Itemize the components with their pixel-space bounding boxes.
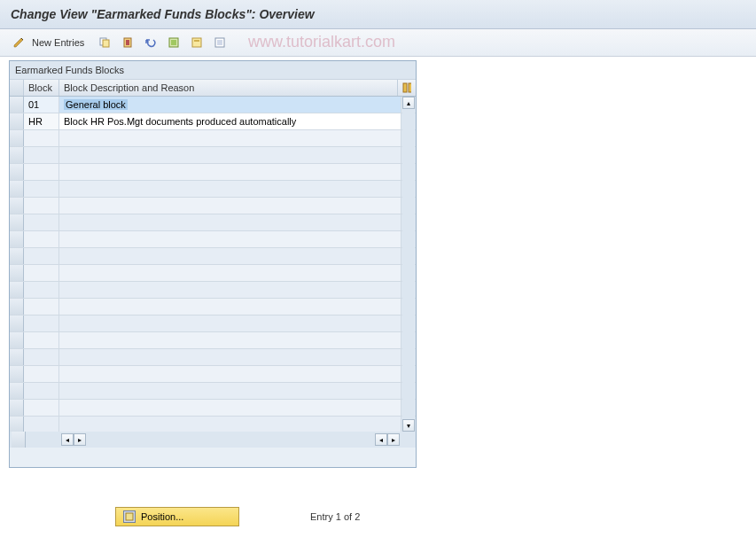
svg-rect-3 bbox=[126, 40, 129, 45]
deselect-all-icon[interactable] bbox=[210, 34, 230, 51]
svg-rect-6 bbox=[192, 38, 201, 47]
block-column-header[interactable]: Block bbox=[24, 80, 59, 96]
svg-rect-11 bbox=[409, 83, 411, 92]
table-row[interactable] bbox=[10, 164, 416, 181]
delete-icon[interactable] bbox=[118, 34, 137, 51]
column-config-icon[interactable] bbox=[398, 80, 416, 96]
table-row[interactable] bbox=[10, 147, 416, 164]
table-row[interactable] bbox=[10, 400, 416, 417]
table-row[interactable] bbox=[10, 349, 416, 366]
watermark: www.tutorialkart.com bbox=[248, 33, 395, 51]
earmarked-funds-blocks-panel: Earmarked Funds Blocks Block Block Descr… bbox=[9, 60, 417, 468]
table-row[interactable]: HR Block HR Pos.Mgt documents produced a… bbox=[10, 113, 416, 130]
select-column-header[interactable] bbox=[10, 80, 24, 96]
select-block-icon[interactable] bbox=[187, 34, 207, 51]
vertical-scrollbar[interactable] bbox=[402, 109, 415, 419]
svg-rect-9 bbox=[217, 40, 222, 45]
footer: Position... Entry 1 of 2 bbox=[115, 507, 360, 526]
toolbar: New Entries www.tutorialkart.com bbox=[0, 29, 756, 57]
table-row[interactable] bbox=[10, 282, 416, 299]
table-row[interactable]: 01 General block bbox=[10, 97, 416, 113]
scroll-left-end-icon[interactable]: ◂ bbox=[375, 433, 387, 446]
table-row[interactable] bbox=[10, 383, 416, 400]
svg-rect-1 bbox=[103, 40, 109, 47]
panel-title: Earmarked Funds Blocks bbox=[10, 61, 416, 79]
scroll-down-icon[interactable]: ▾ bbox=[402, 419, 415, 432]
scroll-right-icon[interactable]: ▸ bbox=[74, 433, 86, 446]
svg-rect-10 bbox=[403, 83, 407, 92]
row-selector[interactable] bbox=[10, 97, 24, 113]
table-row[interactable] bbox=[10, 248, 416, 265]
row-selector[interactable] bbox=[10, 113, 24, 129]
scroll-up-icon[interactable]: ▴ bbox=[402, 97, 415, 109]
display-change-icon[interactable] bbox=[9, 34, 28, 51]
select-all-icon[interactable] bbox=[164, 34, 183, 51]
block-cell[interactable]: HR bbox=[24, 113, 59, 129]
scroll-right-end-icon[interactable]: ▸ bbox=[387, 433, 400, 446]
table-row[interactable] bbox=[10, 130, 416, 147]
position-label: Position... bbox=[141, 511, 183, 522]
table-header-row: Block Block Description and Reason bbox=[10, 79, 416, 97]
svg-rect-5 bbox=[171, 40, 176, 45]
svg-rect-7 bbox=[194, 40, 199, 42]
position-button[interactable]: Position... bbox=[115, 507, 239, 526]
table-row[interactable] bbox=[10, 366, 416, 383]
table-row[interactable] bbox=[10, 265, 416, 282]
svg-rect-12 bbox=[126, 513, 133, 520]
description-cell[interactable]: Block HR Pos.Mgt documents produced auto… bbox=[59, 113, 401, 129]
table-row[interactable] bbox=[10, 231, 416, 248]
block-cell[interactable]: 01 bbox=[24, 97, 59, 113]
table-row[interactable] bbox=[10, 332, 416, 349]
copy-icon[interactable] bbox=[95, 34, 114, 51]
table-body: 01 General block HR Block HR Pos.Mgt doc… bbox=[10, 97, 416, 432]
description-column-header[interactable]: Block Description and Reason bbox=[59, 80, 398, 96]
new-entries-button[interactable]: New Entries bbox=[32, 37, 84, 48]
table-row[interactable] bbox=[10, 198, 416, 214]
entry-count-text: Entry 1 of 2 bbox=[310, 511, 360, 522]
table-row[interactable] bbox=[10, 315, 416, 332]
table-row[interactable] bbox=[10, 214, 416, 231]
undo-icon[interactable] bbox=[141, 34, 160, 51]
page-title: Change View "Earmarked Funds Blocks": Ov… bbox=[0, 0, 756, 29]
description-cell[interactable]: General block bbox=[59, 97, 401, 113]
table-row[interactable] bbox=[10, 299, 416, 315]
table-container: Block Block Description and Reason 01 Ge… bbox=[10, 79, 416, 458]
position-icon bbox=[123, 510, 136, 523]
table-row[interactable] bbox=[10, 417, 416, 432]
table-row[interactable] bbox=[10, 181, 416, 198]
horizontal-scrollbar: ◂ ▸ ◂ ▸ bbox=[10, 432, 416, 448]
scroll-left-icon[interactable]: ◂ bbox=[61, 433, 74, 446]
